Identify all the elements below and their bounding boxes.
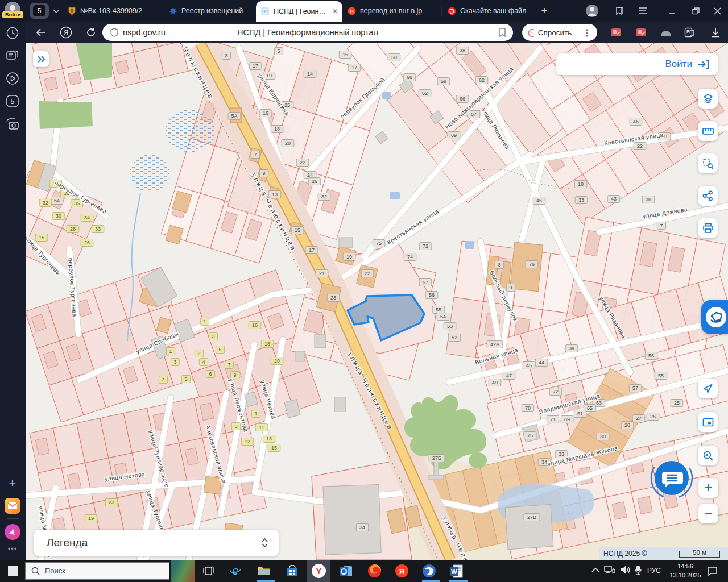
ask-ai-more-icon[interactable]: ⋮ <box>582 27 592 38</box>
parcel-badge: 42А <box>487 341 503 348</box>
minimize-button[interactable] <box>664 3 679 18</box>
area-search-button[interactable] <box>698 153 718 173</box>
svg-text:32: 32 <box>321 194 327 199</box>
microphone-icon[interactable] <box>635 565 642 575</box>
firefox-icon[interactable] <box>363 560 386 582</box>
parcel-badge: 57 <box>629 385 642 392</box>
url-text[interactable]: nspd.gov.ru <box>123 28 166 37</box>
login-label[interactable]: Войти <box>665 59 692 70</box>
address-bar[interactable]: nspd.gov.ru НСПД | Геоинформационный пор… <box>102 24 513 41</box>
yandex-browser-icon[interactable]: Y <box>307 560 330 582</box>
back-icon[interactable] <box>34 26 48 39</box>
sidebar-more-icon[interactable]: ••• <box>6 544 19 553</box>
legend-dropdown[interactable]: Легенда <box>34 530 279 556</box>
login-bar[interactable]: Войти <box>556 53 718 75</box>
reload-icon[interactable] <box>84 26 98 39</box>
tab-registry[interactable]: Реестр извещений <box>168 0 254 22</box>
zoom-out-button[interactable]: − <box>698 504 718 523</box>
restore-button[interactable] <box>688 3 703 18</box>
parcel-badge: 49 <box>489 379 501 386</box>
tray-expand-icon[interactable] <box>592 567 599 573</box>
locate-me-button[interactable] <box>698 379 718 398</box>
toolbar-avatar[interactable] <box>586 5 598 17</box>
tab-download-file[interactable]: Скачайте ваш файл <box>447 0 532 22</box>
bookmark-icon[interactable] <box>499 28 506 37</box>
thunderbird-icon[interactable] <box>417 560 440 582</box>
tab-png-convert[interactable]: Я перевод из пнг в jp <box>347 0 439 22</box>
svg-text:?: ? <box>531 30 533 36</box>
svg-text:61: 61 <box>577 411 583 417</box>
share-button[interactable] <box>698 186 718 206</box>
start-button[interactable] <box>1 560 24 582</box>
tab-vx-document[interactable]: №Вх-103-439909/2 <box>67 0 160 22</box>
minimap-button[interactable] <box>698 412 718 432</box>
parcel-badge: 71 <box>547 416 559 423</box>
picture-preview-thumbnail[interactable] <box>171 560 195 582</box>
extension-gray-icon[interactable] <box>660 27 672 38</box>
close-button[interactable] <box>710 3 725 18</box>
svg-text:12: 12 <box>245 439 250 444</box>
profile-login-badge[interactable]: Войти <box>2 11 23 18</box>
side-panel-icon[interactable] <box>612 3 627 18</box>
history-clock-icon[interactable] <box>6 26 19 40</box>
chat-button[interactable] <box>649 455 694 501</box>
feedback-tab-button[interactable] <box>701 300 728 334</box>
shield-icon[interactable] <box>110 28 118 37</box>
tab-group-chevron-icon[interactable] <box>50 4 63 18</box>
taskbar-clock[interactable]: 14:56 13.10.2025 <box>668 562 702 580</box>
network-icon[interactable] <box>604 565 615 575</box>
svg-text:35: 35 <box>74 201 80 206</box>
outlook-icon[interactable] <box>334 560 357 582</box>
sidebar-add-icon[interactable]: + <box>6 476 19 490</box>
yandex-app-icon[interactable]: Я <box>390 560 413 582</box>
ask-ai-button[interactable]: ? Спросить ⋮ <box>522 24 597 41</box>
tabs-counter-icon[interactable]: 5 <box>6 94 19 108</box>
svg-text:19: 19 <box>346 254 352 260</box>
internet-explorer-icon[interactable]: e <box>224 560 247 582</box>
tab-nspd-active[interactable]: НСПД | Геоинфор ✕ <box>256 1 342 22</box>
parcel-badge: 44 <box>535 359 548 367</box>
menu-icon[interactable] <box>636 3 651 18</box>
layers-button[interactable] <box>698 89 718 109</box>
collapse-chevrons-icon[interactable] <box>261 537 268 548</box>
microsoft-store-icon[interactable] <box>281 560 304 582</box>
new-tab-button[interactable]: + <box>537 3 552 18</box>
action-center-icon[interactable] <box>708 566 718 576</box>
expand-panel-button[interactable] <box>33 51 49 67</box>
extension-translate-icon[interactable] <box>610 26 622 39</box>
task-view-button[interactable] <box>197 560 220 582</box>
video-play-icon[interactable] <box>6 72 19 85</box>
browser-window: Войти 5 №Вх-103-439909/2 Реестр извещени… <box>0 0 728 582</box>
parcel-badge: 13 <box>263 435 275 443</box>
map-canvas[interactable]: 581558381717191468596225626616671869205А… <box>26 43 728 560</box>
svg-text:76: 76 <box>529 261 535 267</box>
notes-icon[interactable] <box>6 49 19 63</box>
svg-text:57: 57 <box>423 280 428 285</box>
taskbar-search-input[interactable]: Поиск <box>25 562 169 580</box>
print-button[interactable] <box>698 218 718 238</box>
parcel-badge: 32 <box>39 199 52 207</box>
word-icon[interactable]: W <box>445 560 468 582</box>
language-indicator[interactable]: РУС <box>647 567 661 575</box>
svg-text:17: 17 <box>351 65 357 70</box>
alice-assistant-icon[interactable] <box>5 524 20 540</box>
address-toolbar: Я nspd.gov.ru НСПД | Геоинформационный п… <box>0 22 728 43</box>
measure-button[interactable] <box>698 121 718 141</box>
collections-flag-icon[interactable] <box>682 26 696 39</box>
parcel-badge: 59 <box>437 78 450 85</box>
svg-text:38: 38 <box>460 48 465 53</box>
extension-editor-icon[interactable] <box>635 26 647 39</box>
downloads-icon[interactable] <box>709 26 722 39</box>
zoom-in-button[interactable]: + <box>698 478 718 498</box>
file-explorer-icon[interactable] <box>253 560 275 582</box>
coordinate-search-button[interactable] <box>698 446 718 465</box>
yandex-home-icon[interactable]: Я <box>59 26 73 39</box>
tab-close-icon[interactable]: ✕ <box>332 7 338 15</box>
feedback-icon <box>704 305 728 330</box>
yandex-mail-icon[interactable] <box>5 498 20 514</box>
svg-text:47: 47 <box>506 373 512 379</box>
svg-text:15: 15 <box>342 52 348 57</box>
volume-icon[interactable] <box>620 565 631 575</box>
screenshot-icon[interactable] <box>6 117 19 131</box>
tab-group-counter[interactable]: 5 <box>30 3 49 19</box>
